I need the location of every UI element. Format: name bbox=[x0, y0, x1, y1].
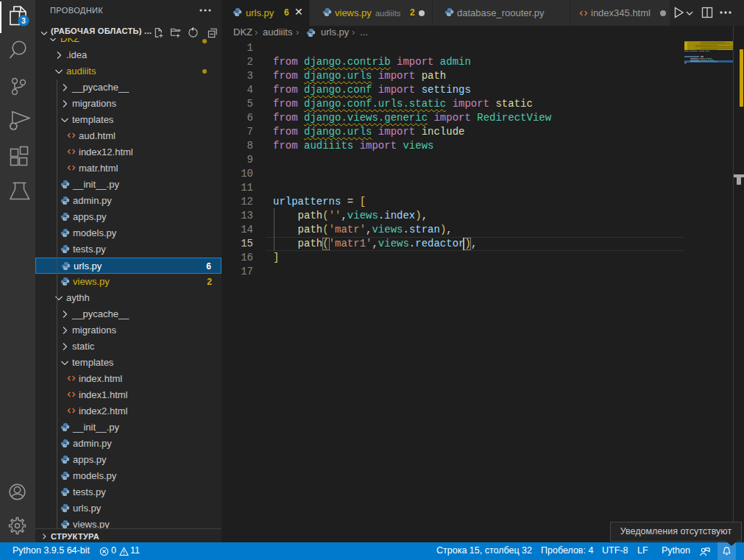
svg-text:3: 3 bbox=[21, 17, 26, 25]
